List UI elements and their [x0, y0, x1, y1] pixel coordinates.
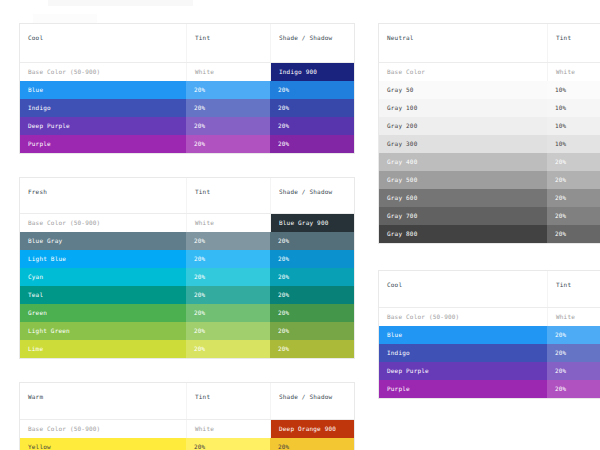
shade-base-cell: Deep Orange 900 — [270, 420, 354, 438]
shade-column-header: Shade / Shadow — [270, 383, 354, 419]
base-color-cell: Lime — [20, 340, 186, 358]
base-color-cell: Gray 100 — [379, 99, 547, 117]
tint-cell: 20% — [186, 286, 270, 304]
shade-cell: 20% — [270, 250, 354, 268]
base-color-cell: Gray 800 — [379, 225, 547, 243]
tint-cell: 20% — [186, 135, 270, 153]
table-header-row: NeutralTint — [379, 24, 600, 63]
color-row: Green20%20% — [20, 304, 354, 322]
color-row: Indigo20% — [379, 344, 600, 362]
base-color-cell: Gray 500 — [379, 171, 547, 189]
shade-column-header: Shade / Shadow — [270, 178, 354, 213]
base-color-cell: Blue Gray — [20, 232, 186, 250]
base-color-cell: Light Blue — [20, 250, 186, 268]
table-header-row: FreshTintShade / Shadow — [20, 178, 354, 214]
tint-cell: 20% — [186, 81, 270, 99]
shade-cell: 20% — [270, 322, 354, 340]
tint-cell: 20% — [186, 250, 270, 268]
shade-cell: 20% — [270, 340, 354, 358]
tint-base-label: White — [186, 214, 270, 232]
tint-cell: 20% — [186, 340, 270, 358]
base-color-cell: Light Green — [20, 322, 186, 340]
tint-cell: 20% — [547, 362, 600, 380]
color-row: Lime20%20% — [20, 340, 354, 358]
base-color-cell: Gray 300 — [379, 135, 547, 153]
table-title: Cool — [379, 271, 547, 307]
tint-cell: 20% — [547, 380, 600, 398]
tint-base-label: White — [186, 420, 270, 438]
shade-base-cell: Blue Gray 900 — [270, 214, 354, 232]
cropped-table-remnant-top — [48, 0, 193, 6]
base-color-cell: Purple — [379, 380, 547, 398]
tint-cell: 20% — [547, 344, 600, 362]
table-title: Fresh — [20, 178, 186, 213]
tint-base-label: White — [186, 63, 270, 81]
base-color-cell: Blue — [20, 81, 186, 99]
color-row: Gray 70020% — [379, 207, 600, 225]
base-color-cell: Gray 600 — [379, 189, 547, 207]
subheader-row: Base Color (50-900)WhiteDeep Orange 900 — [20, 420, 354, 438]
shade-cell: 20% — [270, 232, 354, 250]
base-color-column-label: Base Color (50-900) — [20, 420, 186, 438]
base-color-column-label: Base Color (50-900) — [379, 308, 547, 326]
shade-cell: 20% — [270, 81, 354, 99]
base-color-cell: Indigo — [20, 99, 186, 117]
shade-cell: 20% — [270, 135, 354, 153]
tint-cell: 10% — [547, 135, 600, 153]
base-color-cell: Deep Purple — [20, 117, 186, 135]
table-title: Neutral — [379, 24, 547, 62]
base-color-cell: Blue — [379, 326, 547, 344]
color-row: Blue20%20% — [20, 81, 354, 99]
tint-base-label: White — [547, 63, 600, 81]
tint-cell: 20% — [186, 99, 270, 117]
shade-base-cell: Indigo 900 — [270, 63, 354, 81]
tint-cell: 20% — [547, 171, 600, 189]
tint-base-label: White — [547, 308, 600, 326]
base-color-cell: Deep Purple — [379, 362, 547, 380]
color-row: Gray 50020% — [379, 171, 600, 189]
color-row: Blue20% — [379, 326, 600, 344]
color-row: Gray 20010% — [379, 117, 600, 135]
palette-table-neutral: NeutralTintBase ColorWhiteGray 5010%Gray… — [378, 23, 600, 244]
color-row: Blue Gray20%20% — [20, 232, 354, 250]
color-row: Purple20% — [379, 380, 600, 398]
base-color-column-label: Base Color (50-900) — [20, 214, 186, 232]
tint-cell: 20% — [547, 153, 600, 171]
color-row: Yellow20%20% — [20, 438, 354, 450]
tint-column-header: Tint — [547, 271, 600, 307]
base-color-cell: Gray 50 — [379, 81, 547, 99]
color-row: Indigo20%20% — [20, 99, 354, 117]
tint-column-header: Tint — [186, 178, 270, 213]
shade-column-header: Shade / Shadow — [270, 24, 354, 62]
color-row: Gray 5010% — [379, 81, 600, 99]
tint-cell: 10% — [547, 117, 600, 135]
shade-cell: 20% — [270, 438, 354, 450]
color-row: Gray 40020% — [379, 153, 600, 171]
tint-cell: 20% — [186, 438, 270, 450]
tint-cell: 20% — [186, 304, 270, 322]
palette-table-cool-right: CoolTintBase Color (50-900)WhiteBlue20%I… — [378, 270, 600, 399]
base-color-cell: Green — [20, 304, 186, 322]
color-row: Teal20%20% — [20, 286, 354, 304]
table-header-row: WarmTintShade / Shadow — [20, 383, 354, 420]
tint-cell: 20% — [186, 117, 270, 135]
table-title: Warm — [20, 383, 186, 419]
color-row: Gray 30010% — [379, 135, 600, 153]
tint-cell: 10% — [547, 81, 600, 99]
tint-column-header: Tint — [186, 24, 270, 62]
tint-cell: 20% — [547, 189, 600, 207]
color-row: Gray 10010% — [379, 99, 600, 117]
base-color-column-label: Base Color — [379, 63, 547, 81]
table-title: Cool — [20, 24, 186, 62]
tint-cell: 20% — [547, 207, 600, 225]
shade-cell: 20% — [270, 268, 354, 286]
tint-cell: 20% — [547, 326, 600, 344]
color-row: Light Green20%20% — [20, 322, 354, 340]
palette-table-warm: WarmTintShade / ShadowBase Color (50-900… — [19, 382, 355, 450]
base-color-cell: Indigo — [379, 344, 547, 362]
subheader-row: Base Color (50-900)WhiteIndigo 900 — [20, 63, 354, 81]
palette-table-fresh: FreshTintShade / ShadowBase Color (50-90… — [19, 177, 355, 359]
tint-column-header: Tint — [547, 24, 600, 62]
tint-cell: 20% — [186, 322, 270, 340]
base-color-cell: Purple — [20, 135, 186, 153]
